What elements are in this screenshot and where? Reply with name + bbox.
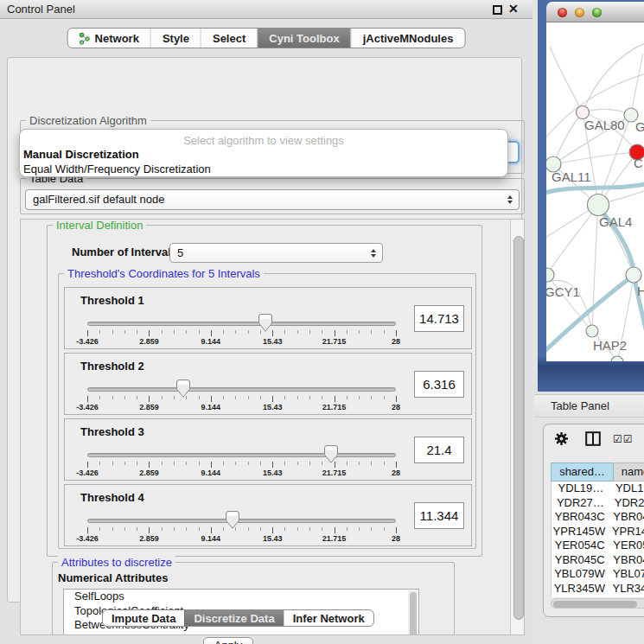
table-row[interactable]: YDR27…YDR27… xyxy=(552,496,644,511)
split-view-icon[interactable] xyxy=(585,431,601,450)
cell-name[interactable]: YPR145W xyxy=(607,525,644,539)
tick-mark xyxy=(87,396,88,402)
threshold-slider[interactable]: -3.4262.8599.14415.4321.71528 xyxy=(87,513,396,545)
combo-stepper-icon[interactable] xyxy=(369,249,377,258)
apply-button[interactable]: Apply xyxy=(203,637,253,644)
checkbox-checked-icon[interactable]: ☑ xyxy=(613,433,623,445)
cell-name[interactable]: YLR345W xyxy=(608,582,644,596)
cell-shared-name[interactable]: YLR345W xyxy=(552,582,608,596)
table-row[interactable]: YDL19…YDL19… xyxy=(552,481,644,496)
vertical-scrollbar-thumb[interactable] xyxy=(513,236,524,620)
slider-track[interactable] xyxy=(87,453,396,457)
column-header-shared-name[interactable]: shared… xyxy=(551,462,614,481)
table-row[interactable]: YIL052CYIL052C xyxy=(552,596,644,597)
cell-shared-name[interactable]: YBR043C xyxy=(552,510,608,525)
tick-mark xyxy=(297,527,298,531)
tick-mark xyxy=(260,462,261,465)
dropdown-option-equal-width-frequency-discretization[interactable]: Equal Width/Frequency Discretization xyxy=(20,162,507,176)
slider-track[interactable] xyxy=(87,519,396,523)
zoom-traffic-light-icon[interactable] xyxy=(592,8,602,17)
control-panel-titlebar[interactable]: Control Panel ✕ xyxy=(0,0,532,19)
num-intervals-combobox[interactable]: 5 xyxy=(169,243,383,263)
tab-discretize-data[interactable]: Discretize Data xyxy=(184,610,283,626)
threshold-slider[interactable]: -3.4262.8599.14415.4321.71528 xyxy=(87,382,396,413)
cell-shared-name[interactable]: YDL19… xyxy=(552,481,610,496)
table-row[interactable]: YER054CYER054C xyxy=(552,539,644,553)
tab-jactivemnodules[interactable]: jActiveMNodules xyxy=(351,29,465,48)
horizontal-scrollbar[interactable] xyxy=(551,598,644,609)
cell-shared-name[interactable]: YBR045C xyxy=(552,553,608,568)
table-row[interactable]: YBR045CYBR045C xyxy=(552,553,644,568)
cell-shared-name[interactable]: YDR27… xyxy=(552,496,609,511)
network-edge[interactable] xyxy=(547,275,592,331)
vertical-scrollbar[interactable] xyxy=(510,220,525,634)
table-row[interactable]: YPR145WYPR145W xyxy=(552,525,644,539)
column-header-name[interactable]: name xyxy=(614,462,644,481)
tab-style[interactable]: Style xyxy=(150,29,201,48)
close-icon[interactable]: ✕ xyxy=(508,2,519,16)
node-label: GAL xyxy=(635,119,644,134)
cell-name[interactable]: YIL052C xyxy=(611,596,644,597)
network-edge[interactable] xyxy=(583,43,644,112)
float-window-icon[interactable] xyxy=(493,5,502,15)
table-row[interactable]: YLR345WYLR345W xyxy=(552,582,644,596)
cell-name[interactable]: YDR27… xyxy=(609,496,644,511)
network-node-hap2[interactable] xyxy=(586,325,598,337)
column-checkbox-icons[interactable]: ☑☑ xyxy=(613,433,634,445)
cell-shared-name[interactable]: YER054C xyxy=(552,539,608,553)
network-edge[interactable] xyxy=(592,205,598,331)
cell-name[interactable]: YBL079W xyxy=(608,567,644,582)
close-traffic-light-icon[interactable] xyxy=(558,8,567,17)
slider-track[interactable] xyxy=(87,387,396,392)
table-row[interactable]: YBR043CYBR043C xyxy=(552,510,644,525)
cell-shared-name[interactable]: YBL079W xyxy=(552,567,608,582)
tab-cyni-toolbox[interactable]: Cyni Toolbox xyxy=(257,29,350,48)
cell-shared-name[interactable]: YIL052C xyxy=(552,596,611,597)
horizontal-scrollbar-thumb[interactable] xyxy=(553,601,637,608)
table-row[interactable]: YBL079WYBL079W xyxy=(552,567,644,582)
slider-thumb[interactable] xyxy=(176,379,190,398)
network-edge[interactable] xyxy=(550,47,583,112)
tab-impute-data[interactable]: Impute Data xyxy=(103,610,184,626)
tick-mark xyxy=(384,527,385,531)
attribute-item-selfloops[interactable]: SelfLoops xyxy=(64,590,418,604)
table-panel-titlebar[interactable]: Table Panel xyxy=(534,394,644,418)
network-node-gal4[interactable] xyxy=(588,194,609,216)
combo-stepper-icon[interactable] xyxy=(506,195,513,204)
tick-mark xyxy=(335,330,335,336)
tick-label: 21.715 xyxy=(322,469,347,477)
network-node-gcy1[interactable] xyxy=(546,268,554,282)
cell-shared-name[interactable]: YPR145W xyxy=(552,525,607,539)
cell-name[interactable]: YER054C xyxy=(608,539,644,553)
network-window-titlebar[interactable] xyxy=(546,2,644,22)
cell-name[interactable]: YBR045C xyxy=(608,553,644,568)
network-edge[interactable] xyxy=(631,54,643,115)
cell-name[interactable]: YDL19… xyxy=(610,481,644,496)
minimize-traffic-light-icon[interactable] xyxy=(575,8,584,17)
node-label: GAL11 xyxy=(552,169,591,184)
network-node[interactable] xyxy=(611,356,623,361)
tab-select[interactable]: Select xyxy=(201,29,257,48)
tab-network[interactable]: Network xyxy=(68,29,150,48)
cell-name[interactable]: YBR043C xyxy=(608,510,644,525)
checkbox-checked-icon[interactable]: ☑ xyxy=(623,433,634,445)
list-scrollbar-thumb[interactable] xyxy=(410,592,417,635)
network-canvas[interactable]: GAL80GALCGAL11GAL4GCY1HHAP2 xyxy=(546,22,644,361)
gear-icon[interactable] xyxy=(554,431,569,450)
table-data-combobox[interactable]: galFiltered.sif default node xyxy=(25,189,520,210)
dropdown-option-manual-discretization[interactable]: Manual Discretization xyxy=(20,147,507,162)
slider-thumb[interactable] xyxy=(258,314,272,332)
threshold-slider[interactable]: -3.4262.8599.14415.4321.71528 xyxy=(87,316,396,348)
list-scrollbar[interactable] xyxy=(408,590,418,635)
tick-mark xyxy=(199,330,200,334)
tab-infer-network[interactable]: Infer Network xyxy=(284,610,373,626)
network-edge[interactable] xyxy=(553,152,637,164)
network-edge[interactable] xyxy=(553,112,583,164)
network-node-h[interactable] xyxy=(626,267,641,283)
network-edge[interactable] xyxy=(547,205,598,275)
slider-track[interactable] xyxy=(87,322,396,326)
tick-mark xyxy=(137,462,137,465)
slider-thumb[interactable] xyxy=(226,511,239,529)
threshold-slider[interactable]: -3.4262.8599.14415.4321.71528 xyxy=(87,448,396,479)
slider-thumb[interactable] xyxy=(324,445,338,463)
